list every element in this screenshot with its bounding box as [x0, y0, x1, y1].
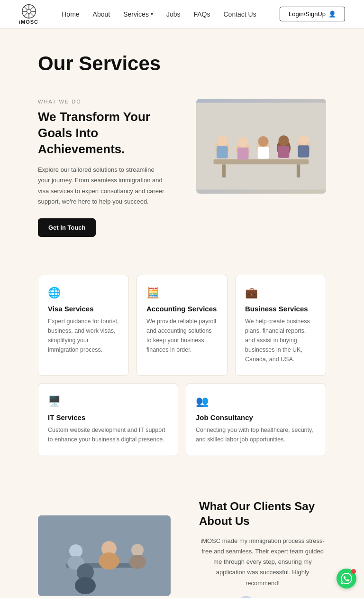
- nav-faqs[interactable]: FAQs: [193, 10, 210, 18]
- testimonial-section: What Our Clients Say About Us iMOSC made…: [0, 480, 364, 598]
- it-icon: 🖥️: [48, 395, 168, 408]
- svg-point-28: [299, 135, 309, 145]
- get-in-touch-button[interactable]: Get In Touch: [38, 218, 96, 237]
- job-desc: Connecting you with top healthcare, secu…: [196, 425, 316, 444]
- navbar: iMOSC Home About Services ▾ Jobs FAQs Co…: [0, 0, 364, 28]
- visa-title: Visa Services: [48, 305, 119, 313]
- logo[interactable]: iMOSC: [19, 4, 38, 25]
- login-signup-button[interactable]: Login/SignUp 👤: [280, 7, 345, 21]
- svg-line-9: [24, 13, 27, 16]
- job-icon: 👥: [196, 395, 316, 408]
- svg-point-35: [99, 552, 119, 570]
- page-hero: Our Services: [0, 28, 364, 89]
- accounting-icon: 🧮: [146, 287, 218, 299]
- svg-point-25: [279, 135, 289, 146]
- job-title: Job Consultancy: [196, 413, 316, 421]
- accounting-title: Accounting Services: [146, 305, 218, 313]
- svg-point-36: [131, 544, 144, 556]
- author-avatar: [237, 596, 255, 598]
- nav-jobs[interactable]: Jobs: [166, 10, 181, 18]
- services-section: 🌐 Visa Services Expert guidance for tour…: [0, 261, 364, 480]
- svg-rect-26: [278, 146, 290, 158]
- what-we-do-text: WHAT WE DO We Transform Your Goals Into …: [38, 99, 168, 237]
- service-card-business: 💼 Business Services We help create busin…: [235, 275, 326, 376]
- svg-rect-29: [298, 145, 309, 158]
- logo-text: iMOSC: [19, 19, 38, 25]
- business-title: Business Services: [245, 305, 316, 313]
- notification-dot: [351, 569, 356, 574]
- svg-point-37: [129, 555, 146, 569]
- svg-rect-23: [258, 147, 269, 159]
- whatsapp-button[interactable]: [337, 569, 356, 589]
- testimonial-image: [38, 515, 171, 596]
- what-we-do-title: We Transform Your Goals Into Achievement…: [38, 109, 168, 157]
- testimonial-text: iMOSC made my immigration process stress…: [199, 536, 326, 588]
- nav-contact[interactable]: Contact Us: [223, 10, 256, 18]
- svg-point-22: [258, 136, 269, 147]
- svg-line-7: [30, 13, 34, 16]
- nav-home[interactable]: Home: [62, 10, 79, 18]
- what-we-do-label: WHAT WE DO: [38, 99, 168, 104]
- page-title: Our Services: [38, 52, 326, 75]
- service-card-visa: 🌐 Visa Services Expert guidance for tour…: [38, 275, 129, 376]
- svg-line-8: [30, 6, 34, 9]
- svg-rect-17: [217, 146, 228, 159]
- chevron-down-icon: ▾: [151, 11, 153, 17]
- nav-services[interactable]: Services ▾: [123, 10, 153, 18]
- services-grid-bottom: 🖥️ IT Services Custom website developmen…: [38, 383, 326, 456]
- svg-rect-20: [237, 148, 249, 160]
- svg-rect-13: [222, 164, 226, 177]
- visa-desc: Expert guidance for tourist, business, a…: [48, 317, 119, 355]
- it-desc: Custom website development and IT suppor…: [48, 425, 168, 444]
- it-title: IT Services: [48, 413, 168, 421]
- what-we-do-section: WHAT WE DO We Transform Your Goals Into …: [0, 89, 364, 261]
- svg-point-19: [238, 137, 248, 148]
- testimonial-title: What Our Clients Say About Us: [199, 499, 326, 528]
- service-card-accounting: 🧮 Accounting Services We provide reliabl…: [136, 275, 228, 376]
- service-card-job: 👥 Job Consultancy Connecting you with to…: [186, 383, 326, 456]
- what-we-do-desc: Explore our tailored solutions to stream…: [38, 165, 168, 206]
- services-grid-top: 🌐 Visa Services Expert guidance for tour…: [38, 275, 326, 376]
- svg-point-32: [69, 544, 82, 558]
- business-desc: We help create business plans, financial…: [245, 317, 316, 364]
- user-icon: 👤: [328, 10, 336, 18]
- svg-point-39: [75, 577, 96, 594]
- testimonial-author: John Doe Designer: [199, 596, 326, 598]
- svg-rect-12: [214, 159, 309, 164]
- testimonial-content: What Our Clients Say About Us iMOSC made…: [199, 499, 326, 598]
- visa-icon: 🌐: [48, 287, 119, 299]
- nav-about[interactable]: About: [93, 10, 110, 18]
- nav-links: Home About Services ▾ Jobs FAQs Contact …: [62, 10, 256, 18]
- svg-line-6: [24, 6, 27, 9]
- accounting-desc: We provide reliable payroll and accounti…: [146, 317, 218, 355]
- svg-rect-14: [297, 164, 300, 177]
- service-card-it: 🖥️ IT Services Custom website developmen…: [38, 383, 178, 456]
- team-image: [196, 99, 326, 194]
- svg-point-40: [237, 596, 255, 598]
- svg-point-16: [217, 136, 228, 146]
- business-icon: 💼: [245, 287, 316, 299]
- svg-point-1: [27, 9, 31, 13]
